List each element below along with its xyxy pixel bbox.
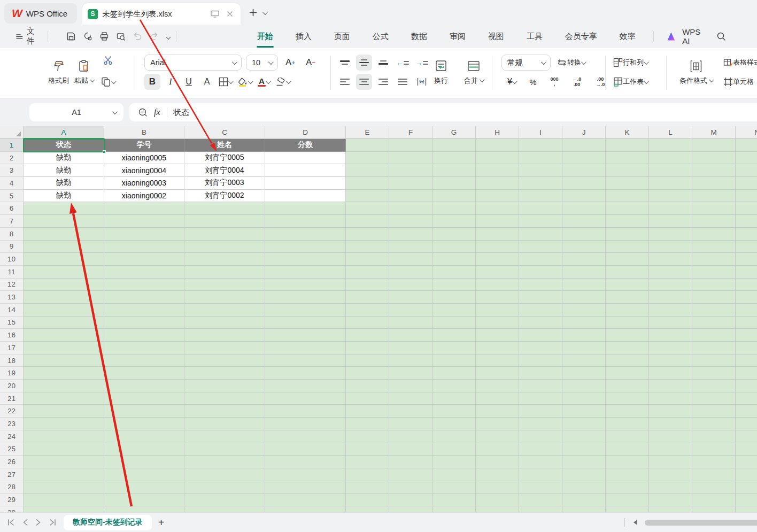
row-header-17[interactable]: 17 (0, 342, 24, 354)
cell-M27[interactable] (692, 468, 736, 481)
cell-I26[interactable] (519, 456, 562, 468)
cell-D19[interactable] (265, 367, 346, 380)
cell-L24[interactable] (649, 430, 692, 443)
cell-I29[interactable] (519, 494, 562, 506)
number-format-select[interactable]: 常规 (501, 55, 551, 71)
cell-G3[interactable] (432, 164, 476, 177)
paste-button[interactable]: 粘贴 (74, 53, 94, 91)
row-header-4[interactable]: 4 (0, 177, 24, 190)
cell-M11[interactable] (692, 266, 736, 279)
cell-G24[interactable] (432, 430, 476, 443)
cell-K11[interactable] (606, 266, 649, 279)
column-header-B[interactable]: B (104, 126, 184, 139)
cell-F16[interactable] (389, 329, 432, 342)
sheet-tab-active[interactable]: 教师空间-未签到记录 (64, 515, 152, 530)
cell-E24[interactable] (346, 430, 389, 443)
column-header-E[interactable]: E (346, 126, 389, 139)
cell-I30[interactable] (519, 506, 562, 512)
cell-I16[interactable] (519, 329, 562, 342)
cell-C24[interactable] (184, 430, 265, 443)
cell-J1[interactable] (562, 139, 606, 152)
cell-A17[interactable] (24, 342, 104, 354)
cell-A16[interactable] (24, 329, 104, 342)
row-header-8[interactable]: 8 (0, 228, 24, 241)
cell-F4[interactable] (389, 177, 432, 190)
cell-K25[interactable] (606, 443, 649, 456)
cell-K7[interactable] (606, 215, 649, 228)
clear-format-button[interactable] (274, 74, 291, 90)
cell-M15[interactable] (692, 317, 736, 329)
cell-A26[interactable] (24, 456, 104, 468)
cell-D18[interactable] (265, 354, 346, 367)
cell-B4[interactable]: xiaoning0003 (104, 177, 184, 190)
ribbon-tab-7[interactable]: 视图 (477, 27, 515, 47)
cell-I3[interactable] (519, 164, 562, 177)
cell-A27[interactable] (24, 468, 104, 481)
cell-H8[interactable] (476, 228, 519, 241)
cell-D11[interactable] (265, 266, 346, 279)
cell-G18[interactable] (432, 354, 476, 367)
column-header-M[interactable]: M (692, 126, 736, 139)
cell-A1[interactable]: 状态 (24, 139, 104, 152)
cell-B14[interactable] (104, 304, 184, 317)
cell-F14[interactable] (389, 304, 432, 317)
cell-A30[interactable] (24, 506, 104, 512)
row-header-19[interactable]: 19 (0, 367, 24, 380)
cell-L4[interactable] (649, 177, 692, 190)
cell-E28[interactable] (346, 481, 389, 494)
cell-A7[interactable] (24, 215, 104, 228)
increase-font-button[interactable]: A+ (282, 55, 298, 71)
cell-H29[interactable] (476, 494, 519, 506)
cell-M26[interactable] (692, 456, 736, 468)
cell-D15[interactable] (265, 317, 346, 329)
prev-sheet-icon[interactable] (23, 519, 28, 526)
cell-K6[interactable] (606, 202, 649, 215)
cell-H1[interactable] (476, 139, 519, 152)
cell-N1[interactable] (736, 139, 757, 152)
cell-M13[interactable] (692, 291, 736, 304)
align-top-button[interactable] (337, 55, 353, 71)
save-icon[interactable] (66, 32, 76, 41)
align-left-button[interactable] (337, 74, 353, 90)
decrease-font-button[interactable]: A− (303, 55, 319, 71)
select-all-corner[interactable] (0, 126, 24, 139)
cell-I25[interactable] (519, 443, 562, 456)
cell-B22[interactable] (104, 405, 184, 418)
cell-N18[interactable] (736, 354, 757, 367)
cell-E14[interactable] (346, 304, 389, 317)
cell-B20[interactable] (104, 380, 184, 392)
cell-L30[interactable] (649, 506, 692, 512)
row-header-12[interactable]: 12 (0, 279, 24, 291)
ribbon-tab-5[interactable]: 数据 (400, 27, 438, 47)
cell-N9[interactable] (736, 241, 757, 253)
cell-H25[interactable] (476, 443, 519, 456)
cell-F13[interactable] (389, 291, 432, 304)
cell-H23[interactable] (476, 418, 519, 430)
cell-J28[interactable] (562, 481, 606, 494)
cell-F8[interactable] (389, 228, 432, 241)
bold-button[interactable]: B (144, 74, 160, 90)
ribbon-tab-3[interactable]: 页面 (323, 27, 361, 47)
cell-M3[interactable] (692, 164, 736, 177)
name-box[interactable]: A1 (29, 103, 123, 121)
cell-C12[interactable] (184, 279, 265, 291)
cell-E29[interactable] (346, 494, 389, 506)
fill-color-button[interactable] (236, 74, 253, 90)
cell-N8[interactable] (736, 228, 757, 241)
cell-F24[interactable] (389, 430, 432, 443)
cell-L5[interactable] (649, 190, 692, 203)
cell-L25[interactable] (649, 443, 692, 456)
cell-G11[interactable] (432, 266, 476, 279)
row-header-16[interactable]: 16 (0, 329, 24, 342)
cell-M1[interactable] (692, 139, 736, 152)
cell-J10[interactable] (562, 253, 606, 266)
cell-F6[interactable] (389, 202, 432, 215)
cell-N19[interactable] (736, 367, 757, 380)
cell-C3[interactable]: 刘宵宁0004 (184, 164, 265, 177)
cell-H3[interactable] (476, 164, 519, 177)
cell-L1[interactable] (649, 139, 692, 152)
cell-C20[interactable] (184, 380, 265, 392)
cell-B1[interactable]: 学号 (104, 139, 184, 152)
cell-C6[interactable] (184, 202, 265, 215)
cell-H14[interactable] (476, 304, 519, 317)
